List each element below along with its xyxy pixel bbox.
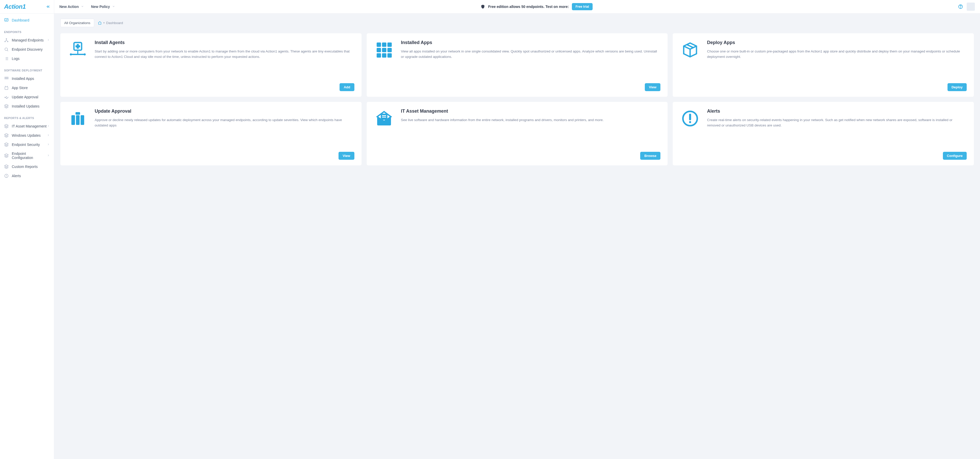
list-icon	[4, 56, 9, 61]
svg-rect-31	[382, 43, 387, 47]
svg-point-48	[689, 121, 691, 123]
main: New Action New Policy Free edition allow…	[54, 0, 980, 459]
sidebar-item-label: Update Approval	[12, 95, 38, 99]
sidebar-section-endpoints: ENDPOINTS	[0, 25, 54, 35]
home-icon[interactable]	[98, 21, 102, 25]
sidebar-item-managed-endpoints[interactable]: Managed Endpoints	[0, 35, 54, 45]
install-agents-icon	[68, 40, 88, 79]
sidebar-item-label: Dashboard	[12, 18, 29, 22]
view-button[interactable]: View	[339, 152, 354, 160]
svg-rect-17	[5, 87, 8, 89]
card-desc: Choose one or more built-in or custom pr…	[707, 49, 967, 60]
card-alerts: Alerts Create real-time alerts on securi…	[673, 102, 974, 166]
sidebar-header: Action1	[0, 0, 54, 14]
browse-button[interactable]: Browse	[640, 152, 660, 160]
svg-rect-13	[8, 77, 8, 78]
deploy-button[interactable]: Deploy	[948, 83, 967, 91]
svg-point-1	[6, 38, 7, 39]
svg-point-22	[960, 8, 961, 8]
trial-banner: Free edition allows 50 endpoints. Test o…	[122, 3, 951, 10]
chevron-right-icon	[47, 38, 50, 42]
layers-icon	[4, 164, 9, 169]
apps-grid-icon	[374, 40, 394, 79]
view-button[interactable]: View	[645, 83, 660, 91]
chevron-right-icon	[47, 154, 50, 158]
sidebar-item-installed-updates[interactable]: Installed Updates	[0, 102, 54, 111]
chevron-right-icon	[47, 143, 50, 147]
sidebar-item-label: App Store	[12, 86, 28, 90]
alert-circle-icon	[680, 108, 700, 148]
svg-rect-45	[382, 117, 386, 118]
chevron-double-left-icon	[46, 4, 50, 9]
card-title: Installed Apps	[401, 40, 661, 45]
free-trial-button[interactable]: Free trial	[572, 3, 593, 10]
sidebar: Action1 Dashboard ENDPOINTS Managed Endp…	[0, 0, 54, 459]
card-desc: Approve or decline newly released update…	[95, 118, 355, 128]
collapse-sidebar-button[interactable]	[46, 4, 50, 9]
configure-button[interactable]: Configure	[943, 152, 967, 160]
card-title: Alerts	[707, 108, 967, 114]
sidebar-item-endpoint-config[interactable]: Endpoint Configuration	[0, 149, 54, 162]
svg-rect-34	[382, 48, 387, 52]
sidebar-item-label: Installed Apps	[12, 76, 34, 81]
svg-rect-36	[377, 53, 381, 57]
sidebar-item-alerts[interactable]: Alerts	[0, 171, 54, 180]
svg-rect-27	[71, 54, 85, 55]
sidebar-item-label: Custom Reports	[12, 164, 38, 169]
svg-rect-35	[387, 48, 392, 52]
sidebar-item-installed-apps[interactable]: Installed Apps	[0, 74, 54, 83]
chevron-down-icon	[81, 5, 84, 9]
sidebar-item-app-store[interactable]: App Store	[0, 83, 54, 92]
svg-rect-32	[387, 43, 392, 47]
chevron-down-icon	[112, 5, 115, 9]
svg-rect-0	[5, 18, 8, 21]
sidebar-item-label: Installed Updates	[12, 104, 40, 108]
user-avatar[interactable]	[967, 3, 975, 11]
new-action-dropdown[interactable]: New Action	[59, 5, 84, 9]
new-policy-dropdown[interactable]: New Policy	[91, 5, 115, 9]
svg-point-4	[5, 48, 8, 51]
sidebar-item-endpoint-discovery[interactable]: Endpoint Discovery	[0, 45, 54, 54]
topbar: New Action New Policy Free edition allow…	[54, 0, 980, 14]
svg-rect-15	[6, 78, 7, 80]
sidebar-item-dashboard[interactable]: Dashboard	[0, 16, 54, 25]
svg-rect-12	[6, 77, 7, 78]
bag-icon	[4, 86, 9, 90]
svg-point-29	[84, 54, 86, 56]
breadcrumb-separator: •	[103, 21, 105, 25]
card-desc: See live software and hardware informati…	[401, 118, 604, 123]
sidebar-item-label: Windows Updates	[12, 133, 41, 137]
sidebar-item-label: Endpoint Discovery	[12, 47, 43, 51]
sidebar-item-endpoint-security[interactable]: Endpoint Security	[0, 140, 54, 149]
alert-icon	[4, 174, 9, 178]
sidebar-item-update-approval[interactable]: Update Approval	[0, 92, 54, 102]
help-button[interactable]	[958, 4, 963, 9]
svg-rect-11	[5, 77, 6, 78]
sidebar-item-custom-reports[interactable]: Custom Reports	[0, 162, 54, 171]
dashboard-icon	[4, 18, 9, 22]
layers-icon	[4, 104, 9, 108]
svg-rect-33	[377, 48, 381, 52]
svg-rect-30	[377, 43, 381, 47]
trial-banner-text: Free edition allows 50 endpoints. Test o…	[488, 5, 569, 9]
sidebar-item-windows-updates[interactable]: Windows Updates	[0, 131, 54, 140]
org-selector[interactable]: All Organizations	[60, 19, 94, 27]
new-policy-label: New Policy	[91, 5, 110, 9]
card-title: IT Asset Management	[401, 108, 604, 114]
card-deploy-apps: Deploy Apps Choose one or more built-in …	[673, 33, 974, 97]
svg-rect-40	[76, 115, 80, 125]
sidebar-item-logs[interactable]: Logs	[0, 54, 54, 63]
sidebar-section-software: SOFTWARE DEPLOYMENT	[0, 63, 54, 74]
layers-icon	[4, 124, 9, 129]
add-button[interactable]: Add	[340, 83, 354, 91]
layers-icon	[4, 142, 9, 147]
sidebar-item-it-asset[interactable]: IT Asset Management	[0, 121, 54, 131]
svg-rect-38	[387, 53, 392, 57]
layers-icon	[4, 153, 9, 158]
svg-rect-25	[75, 45, 80, 47]
dashboard-cards: Install Agents Start by adding one or mo…	[54, 27, 980, 172]
topbar-right	[958, 3, 975, 11]
chevron-right-icon	[47, 124, 50, 128]
sidebar-item-label: Managed Endpoints	[12, 38, 44, 42]
card-title: Install Agents	[95, 40, 355, 45]
